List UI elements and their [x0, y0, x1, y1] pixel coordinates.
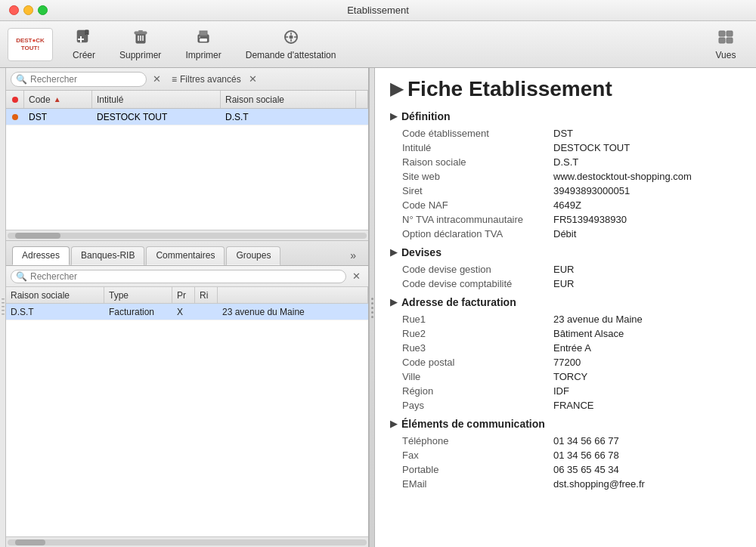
- vues-icon: [717, 29, 735, 48]
- sub-header-type[interactable]: Type: [104, 287, 172, 303]
- field-label-pays: Pays: [402, 399, 553, 412]
- filter-close-button[interactable]: ✕: [249, 73, 257, 85]
- sub-header-pr[interactable]: Pr: [172, 287, 195, 303]
- svg-rect-19: [727, 38, 733, 43]
- left-drag-handle[interactable]: [0, 68, 6, 547]
- maximize-button[interactable]: [38, 5, 48, 15]
- window-title: Etablissement: [347, 5, 409, 16]
- close-button[interactable]: [9, 5, 19, 15]
- supprimer-button[interactable]: Supprimer: [107, 26, 173, 63]
- sub-search-wrap: 🔍: [11, 270, 346, 283]
- attestation-button[interactable]: Demande d'attestation: [234, 26, 349, 63]
- svg-rect-23: [2, 310, 5, 311]
- sub-row-type: Facturation: [104, 304, 172, 320]
- sub-row-raison: D.S.T: [6, 304, 104, 320]
- status-dot: [12, 114, 18, 120]
- search-input[interactable]: [30, 74, 141, 85]
- imprimer-button[interactable]: Imprimer: [173, 26, 233, 63]
- field-value-telephone: 01 34 56 66 77: [553, 434, 741, 447]
- sub-row-pr: X: [172, 304, 195, 320]
- field-label-siret: Siret: [402, 184, 553, 197]
- svg-point-15: [289, 35, 293, 39]
- field-label-tva-num: N° TVA intracommunautaire: [402, 213, 553, 226]
- svg-rect-11: [200, 31, 207, 36]
- field-label-naf: Code NAF: [402, 199, 553, 212]
- right-panel: ▶ Fiche Etablissement ▶ Définition Code …: [375, 68, 756, 547]
- bottom-scroll-thumb[interactable]: [15, 539, 45, 545]
- sub-search-icon: 🔍: [16, 271, 27, 282]
- field-value-region: IDF: [553, 385, 741, 397]
- tab-banques[interactable]: Banques-RIB: [71, 246, 144, 265]
- svg-rect-13: [199, 36, 200, 38]
- scroll-thumb-horizontal[interactable]: [15, 233, 60, 239]
- sub-search-clear-button[interactable]: ✕: [349, 270, 364, 282]
- svg-rect-18: [719, 38, 725, 43]
- field-value-rue2: Bâtiment Alsace: [553, 327, 741, 340]
- section-adresse: ▶ Adresse de facturation: [390, 296, 741, 308]
- svg-rect-16: [719, 31, 725, 36]
- sub-search-input[interactable]: [30, 271, 341, 282]
- resize-handle[interactable]: [369, 68, 375, 547]
- app-logo: DEST●CKTOUT!: [8, 28, 53, 61]
- vues-button[interactable]: Vues: [703, 26, 748, 63]
- sub-header-rest: [218, 287, 368, 303]
- supprimer-icon: [132, 29, 149, 48]
- bottom-scroll-track[interactable]: [8, 539, 367, 545]
- table-row[interactable]: DST DESTOCK TOUT D.S.T: [6, 109, 368, 125]
- fiche-title-text: Fiche Etablissement: [407, 77, 612, 101]
- filter-button[interactable]: ≡ Filtres avancés: [167, 73, 246, 86]
- adresse-fields: Rue1 23 avenue du Maine Rue2 Bâtiment Al…: [402, 313, 741, 412]
- communication-fields: Téléphone 01 34 56 66 77 Fax 01 34 56 66…: [402, 434, 741, 490]
- sub-table-row[interactable]: D.S.T Facturation X 23 avenue du Maine: [6, 304, 368, 320]
- section-devises-title: Devises: [401, 246, 442, 258]
- field-value-code-etab: DST: [553, 127, 741, 140]
- scroll-track-horizontal[interactable]: [8, 233, 367, 239]
- attestation-label: Demande d'attestation: [246, 50, 336, 60]
- field-value-tva-num: FR51394938930: [553, 213, 741, 226]
- field-value-tva-opt: Débit: [553, 227, 741, 240]
- indicator-dot: [12, 97, 18, 103]
- sort-arrow: ▲: [54, 95, 61, 104]
- field-label-region: Région: [402, 385, 553, 397]
- svg-rect-5: [135, 32, 147, 34]
- titlebar: Etablissement: [0, 0, 756, 21]
- header-code[interactable]: Code ▲: [24, 91, 92, 108]
- svg-rect-24: [2, 314, 5, 315]
- list-header: Code ▲ Intitulé Raison sociale: [6, 91, 368, 109]
- header-code-label: Code: [29, 94, 51, 105]
- field-label-telephone: Téléphone: [402, 434, 553, 447]
- more-tabs-button[interactable]: »: [344, 246, 362, 265]
- field-label-fax: Fax: [402, 449, 553, 462]
- search-clear-button[interactable]: ✕: [150, 73, 164, 85]
- resize-dots: [371, 298, 373, 318]
- list-body: DST DESTOCK TOUT D.S.T: [6, 109, 368, 230]
- title-arrow: ▶: [390, 79, 403, 99]
- tabs-bar: Adresses Banques-RIB Commentaires Groupe…: [6, 240, 368, 266]
- fiche-title: ▶ Fiche Etablissement: [390, 77, 741, 101]
- sub-header-ri[interactable]: Ri: [195, 287, 218, 303]
- creer-label: Créer: [73, 50, 95, 60]
- list-scroll-x: [6, 230, 368, 240]
- section-definition: ▶ Définition: [390, 110, 741, 122]
- section-definition-title: Définition: [401, 110, 451, 122]
- minimize-button[interactable]: [23, 5, 33, 15]
- devises-fields: Code devise gestion EUR Code devise comp…: [402, 263, 741, 290]
- header-intitule[interactable]: Intitulé: [92, 91, 221, 108]
- field-label-rue3: Rue3: [402, 341, 553, 354]
- creer-button[interactable]: Créer: [60, 26, 107, 63]
- header-intitule-label: Intitulé: [97, 94, 123, 105]
- tab-groupes[interactable]: Groupes: [226, 246, 280, 265]
- sub-header-raison[interactable]: Raison sociale: [6, 287, 104, 303]
- window-controls: [9, 5, 48, 15]
- section-adresse-title: Adresse de facturation: [401, 296, 516, 308]
- row-code: DST: [24, 109, 92, 125]
- tab-commentaires[interactable]: Commentaires: [146, 246, 225, 265]
- field-value-intitule: DESTOCK TOUT: [553, 141, 741, 154]
- imprimer-label: Imprimer: [185, 50, 221, 60]
- tab-adresses[interactable]: Adresses: [12, 246, 70, 265]
- field-label-rue2: Rue2: [402, 327, 553, 340]
- creer-icon: [75, 29, 93, 48]
- svg-rect-21: [2, 302, 5, 304]
- field-value-raison: D.S.T: [553, 156, 741, 168]
- header-raison[interactable]: Raison sociale: [221, 91, 356, 108]
